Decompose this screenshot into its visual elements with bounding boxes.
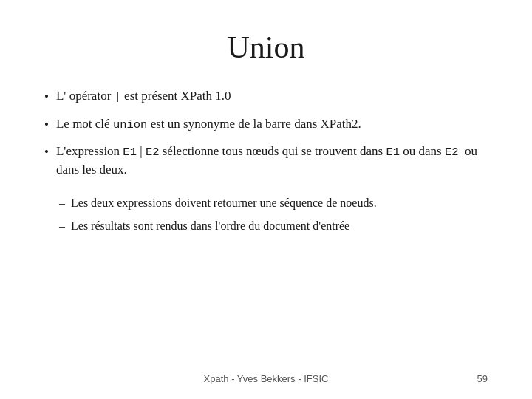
list-item: • L' opérator | est présent XPath 1.0 — [44, 87, 488, 106]
bullet-text-2: Le mot clé union est un synonyme de la b… — [56, 115, 488, 134]
sub-bullet-list: – Les deux expressions doivent retourner… — [59, 194, 488, 240]
sub-dash: – — [59, 194, 65, 211]
bullet-dot: • — [44, 88, 49, 106]
slide-title: Union — [44, 30, 488, 65]
content-area: • L' opérator | est présent XPath 1.0 • … — [44, 87, 488, 366]
slide-container: Union • L' opérator | est présent XPath … — [0, 0, 532, 399]
code-e1-2: E1 — [386, 146, 400, 159]
bullet-dot: • — [44, 116, 49, 134]
sub-text-2: Les résultats sont rendus dans l'ordre d… — [71, 217, 488, 234]
code-e1: E1 — [123, 146, 137, 159]
footer-page-number: 59 — [477, 373, 488, 384]
bullet-text-3: L'expression E1 | E2 sélectionne tous nœ… — [56, 143, 488, 179]
slide-footer: Xpath - Yves Bekkers - IFSIC 59 — [44, 366, 488, 384]
code-e2: E2 — [146, 146, 160, 159]
list-item: – Les résultats sont rendus dans l'ordre… — [59, 217, 488, 234]
code-e2-2: E2 — [445, 146, 459, 159]
footer-label: Xpath - Yves Bekkers - IFSIC — [44, 373, 488, 384]
code-pipe: | — [115, 90, 121, 103]
list-item: – Les deux expressions doivent retourner… — [59, 194, 488, 211]
list-item: • Le mot clé union est un synonyme de la… — [44, 115, 488, 134]
code-union: union — [113, 118, 148, 132]
bullet-dot: • — [44, 143, 49, 162]
sub-dash: – — [59, 217, 65, 234]
bullet-text-1: L' opérator | est présent XPath 1.0 — [56, 87, 488, 106]
list-item: • L'expression E1 | E2 sélectionne tous … — [44, 143, 488, 179]
bullet-list: • L' opérator | est présent XPath 1.0 • … — [44, 87, 488, 188]
sub-text-1: Les deux expressions doivent retourner u… — [71, 194, 488, 211]
